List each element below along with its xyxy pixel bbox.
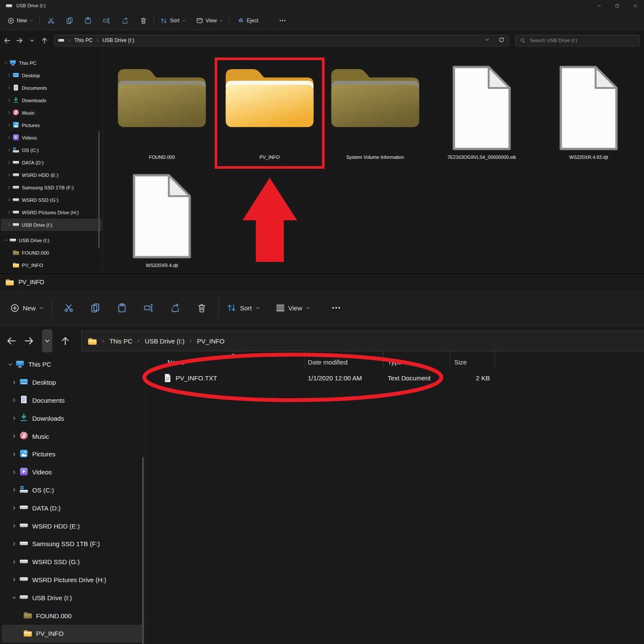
cut-button[interactable] [43, 15, 59, 26]
file-tile-7e2163og9vls4-00000000-stk[interactable]: 7E2163OG9VLS4_00000000.stk [430, 60, 533, 160]
sidebar-item-samsung-ssd-1tb-f[interactable]: Samsung SSD 1TB (F:) [1, 181, 102, 194]
sort-button[interactable]: Sort [157, 15, 189, 26]
delete-button[interactable] [136, 15, 151, 26]
breadcrumb-item-usb-drive-i[interactable]: USB Drive (I:) [145, 337, 185, 345]
sidebar-item-music[interactable]: Music [2, 427, 144, 445]
sidebar-item-usb-drive-i[interactable]: USB Drive (I:) [1, 234, 102, 246]
paste-button[interactable] [80, 15, 96, 26]
chevron-right-icon [12, 541, 17, 547]
sidebar-item-wsrd-hdd-e[interactable]: WSRD HDD (E:) [2, 517, 144, 535]
copy-button[interactable] [84, 300, 106, 316]
table-row-pv-info-txt[interactable]: PV_INFO.TXT1/1/2020 12:00 AMText Documen… [146, 369, 644, 386]
paste-button[interactable] [111, 300, 133, 316]
sidebar-item-os-c[interactable]: OS (C:) [1, 144, 102, 156]
sidebar-item-found-000[interactable]: FOUND.000 [1, 246, 102, 259]
see-more-button[interactable] [275, 15, 290, 26]
breadcrumb[interactable]: This PCUSB Drive (I:)PV_INFO [81, 331, 644, 351]
sidebar-item-wsrd-ssd-g[interactable]: WSRD SSD (G:) [1, 194, 102, 206]
sidebar-scrollbar[interactable] [142, 457, 144, 644]
folder-icon [88, 337, 97, 345]
delete-button[interactable] [191, 300, 213, 316]
sidebar-item-wsrd-hdd-e[interactable]: WSRD HDD (E:) [1, 169, 102, 181]
sidebar-item-videos[interactable]: Videos [2, 463, 144, 481]
breadcrumb-item-this-pc[interactable]: This PC [109, 337, 132, 345]
sidebar-item-documents[interactable]: Documents [1, 82, 102, 94]
chevron-right-icon [7, 148, 11, 152]
sidebar-item-pv-info[interactable]: PV_INFO [1, 259, 102, 271]
view-button[interactable]: View [193, 15, 227, 26]
maximize-button[interactable] [608, 0, 626, 11]
view-button[interactable]: View [271, 300, 315, 316]
sidebar-item-wsrd-ssd-g[interactable]: WSRD SSD (G:) [2, 553, 144, 571]
sidebar-item-label: Pictures [32, 450, 55, 458]
sidebar-item-videos[interactable]: Videos [1, 131, 102, 144]
search-box[interactable] [515, 35, 640, 46]
share-button[interactable] [164, 300, 186, 316]
sidebar-item-downloads[interactable]: Downloads [2, 409, 144, 427]
sidebar-item-downloads[interactable]: Downloads [1, 94, 102, 106]
search-input[interactable] [529, 37, 635, 43]
cut-button[interactable] [58, 300, 80, 316]
column-header-size[interactable]: Size [450, 349, 495, 369]
sidebar-item-samsung-ssd-1tb-f[interactable]: Samsung SSD 1TB (F:) [2, 535, 144, 553]
forward-button[interactable] [21, 331, 37, 350]
sidebar-item-pv-info[interactable]: PV_INFO [2, 625, 144, 643]
sidebar-scrollbar[interactable] [98, 131, 100, 248]
chevron-right-icon [7, 98, 11, 102]
folder-tile-pv-info[interactable]: PV_INFO [218, 60, 321, 160]
close-button[interactable] [626, 0, 644, 11]
file-tile-ws220xr-4-93-djt[interactable]: WS220XR.4.93.djt [537, 60, 640, 160]
sidebar-item-data-d[interactable]: DATA (D:) [2, 499, 144, 517]
new-button[interactable]: New [6, 300, 48, 316]
folder-tab[interactable]: PV_INFO [0, 274, 644, 290]
sidebar-item-pictures[interactable]: Pictures [1, 119, 102, 131]
sidebar-item-desktop[interactable]: Desktop [1, 69, 102, 82]
sidebar-item-usb-drive-i[interactable]: USB Drive (I:) [2, 589, 144, 607]
sidebar-item-documents[interactable]: Documents [2, 392, 144, 410]
sidebar-item-wsrd-pictures-drive-h[interactable]: WSRD Pictures Drive (H:) [1, 206, 102, 219]
column-header-type[interactable]: Type [383, 349, 450, 369]
breadcrumb-item-usb-drive-i[interactable]: USB Drive (I:) [103, 37, 134, 43]
column-header-date-modified[interactable]: Date modified [304, 349, 383, 369]
minimize-button[interactable] [590, 0, 608, 11]
column-header-name[interactable]: Name [146, 349, 304, 369]
recent-locations-button[interactable] [42, 329, 52, 352]
sidebar-item-desktop[interactable]: Desktop [2, 374, 144, 392]
back-button[interactable] [2, 35, 13, 46]
recent-locations-button[interactable] [27, 35, 38, 46]
share-button[interactable] [117, 15, 133, 26]
up-button[interactable] [39, 35, 50, 46]
date-modified-cell: 1/1/2020 12:00 AM [304, 374, 383, 382]
eject-button[interactable]: Eject [234, 15, 262, 26]
sidebar-item-found-000[interactable]: FOUND.000 [2, 607, 144, 625]
rename-button[interactable] [99, 15, 114, 26]
breadcrumb[interactable]: This PCUSB Drive (I:) [54, 35, 509, 46]
size-cell: 2 KB [450, 374, 495, 382]
see-more-button[interactable] [325, 300, 347, 316]
new-button[interactable]: New [4, 15, 37, 26]
sidebar-item-os-c[interactable]: OS (C:) [2, 481, 144, 499]
up-button[interactable] [57, 331, 73, 350]
sidebar-item-wsrd-pictures-drive-h[interactable]: WSRD Pictures Drive (H:) [2, 571, 144, 589]
sidebar-item-label: Desktop [32, 379, 56, 386]
downloads-icon [19, 413, 28, 422]
sort-button[interactable]: Sort [222, 300, 264, 316]
folder-tile-found-000[interactable]: FOUND.000 [110, 60, 213, 160]
folder-tile-system-volume-information[interactable]: System Volume Information [324, 60, 427, 160]
breadcrumb-item-pv-info[interactable]: PV_INFO [197, 337, 225, 345]
sidebar-item-this-pc[interactable]: This PC [1, 57, 102, 69]
sidebar-item-label: Videos [22, 135, 37, 140]
forward-button[interactable] [14, 35, 25, 46]
back-button[interactable] [3, 331, 19, 350]
address-dropdown-button[interactable] [485, 37, 489, 43]
refresh-button[interactable] [498, 37, 504, 44]
sidebar-item-music[interactable]: Music [1, 106, 102, 119]
sidebar-item-data-d[interactable]: DATA (D:) [1, 156, 102, 169]
sidebar-item-usb-drive-i[interactable]: USB Drive (I:) [1, 219, 102, 231]
sidebar-item-pictures[interactable]: Pictures [2, 445, 144, 463]
sidebar-item-this-pc[interactable]: This PC [2, 355, 144, 374]
copy-button[interactable] [62, 15, 77, 26]
breadcrumb-item-this-pc[interactable]: This PC [74, 37, 93, 43]
file-tile-ws320xr-4-djt[interactable]: WS320XR.4.djt [110, 168, 213, 268]
rename-button[interactable] [137, 300, 160, 316]
